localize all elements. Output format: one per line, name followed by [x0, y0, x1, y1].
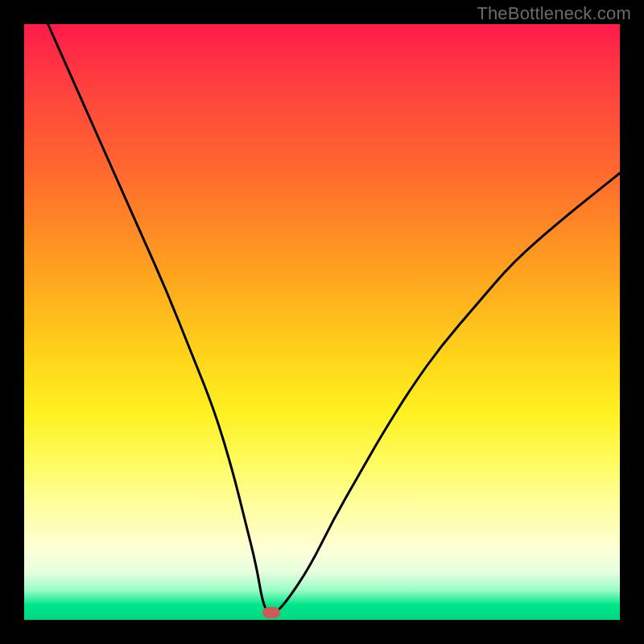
- chart-frame: TheBottleneck.com: [0, 0, 644, 644]
- plot-outer: [24, 24, 620, 620]
- optimal-point-marker: [262, 607, 280, 618]
- watermark-text: TheBottleneck.com: [477, 3, 631, 24]
- bottleneck-curve: [24, 24, 620, 620]
- curve-path: [48, 24, 620, 614]
